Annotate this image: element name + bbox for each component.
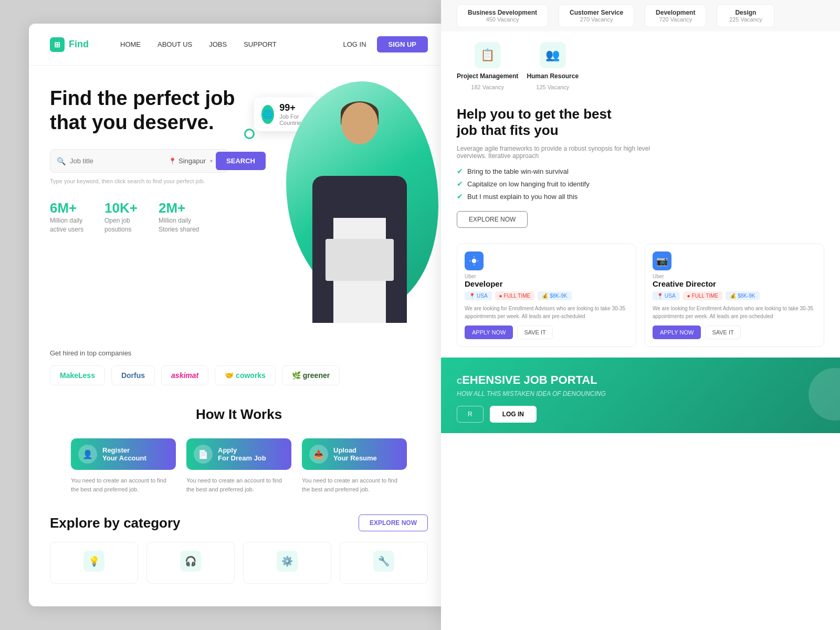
how-step-3-header: 📤 Upload Your Resume [302,438,407,470]
stat-item-1: 6M+ Million daily active users [50,200,83,234]
companies-title: Get hired in top companies [50,349,428,357]
nav-support[interactable]: SUPPORT [244,40,277,48]
how-step-2-desc: You need to create an account to find th… [186,476,291,494]
check-icon-3: ✔ [457,192,463,201]
how-step-1-title: Register Your Account [102,446,146,462]
how-step-3-title: Upload Your Resume [333,446,377,462]
check-label-2: Capitalize on low hanging fruit to ident… [467,180,590,188]
right-panel: Business Development 450 Vacancy Custome… [441,0,840,630]
tag-loc-2: 📍 USA [653,291,680,300]
check-label-3: But I must explain to you how all this [467,193,578,201]
chevron-down-icon: ▾ [210,158,213,164]
navbar: ⊞ Find HOME ABOUT US JOBS SUPPORT LOG IN… [29,24,449,66]
logo[interactable]: ⊞ Find [50,37,89,52]
rp-cta-outline-button[interactable]: R [457,406,484,423]
stat-number-3: 2M+ [159,200,199,216]
rp-top-card-4-title: Design [728,9,763,16]
rp-top-card-1-title: Business Development [468,9,537,16]
category-card-4[interactable]: 🔧 [340,542,428,584]
rp-job-actions-2: APPLY NOW SAVE IT [653,326,816,339]
tag-sal-1: 💰 $8K-9K [538,291,571,300]
save-button-1[interactable]: SAVE IT [517,326,552,339]
rp-top-card-1-sub: 450 Vacancy [468,16,537,23]
category-card-3[interactable]: ⚙️ [243,542,331,584]
company-logo-5[interactable]: 🌿 greener [282,365,340,385]
category-icon-4: 🔧 [373,551,394,572]
hero-title-line2: that you deserve. [50,111,214,133]
stat-item-2: 10K+ Open job posutions [104,200,138,234]
apply-button-1[interactable]: APPLY NOW [465,326,513,339]
stat-label-2: Open job posutions [104,216,138,234]
stat-item-3: 2M+ Million daily Stories shared [159,200,199,234]
rp-top-card-3-sub: 720 Vacancy [656,16,695,23]
category-icon-2: 🎧 [180,551,201,572]
location-icon: 📍 [169,158,176,165]
location-selector[interactable]: 📍 Singapur ▾ [169,157,213,165]
person-head [341,102,378,144]
category-cards: 💡 🎧 ⚙️ 🔧 [50,542,428,584]
svg-point-0 [472,259,476,263]
rp-job-company-1: Uber [465,274,628,279]
check-icon-2: ✔ [457,180,463,188]
location-value: Singapur [178,157,206,165]
rp-check-1: ✔ Bring to the table win-win survival [457,167,824,175]
hero-title-line1: Find the perfect job [50,87,235,109]
rp-cta-title: CEHENSIVE JOB PORTAL [457,373,824,387]
rp-top-strip: Business Development 450 Vacancy Custome… [441,0,840,32]
rp-cat-icon-2: 👥 [540,42,566,68]
login-button[interactable]: LOG IN [343,40,366,48]
company-logo-2[interactable]: Dorfus [111,365,155,385]
rp-job-card-1: Uber Developer 📍 USA ● FULL TIME 💰 $8K-9… [457,244,636,347]
rp-cat-sub-2: 125 Vacancy [536,84,569,90]
explore-now-button[interactable]: EXPLORE NOW [359,514,428,531]
check-icon-1: ✔ [457,167,463,175]
rp-top-card-2-sub: 270 Vacancy [570,16,623,23]
stat-label-3: Million daily Stories shared [159,216,199,234]
rp-cat-item-1[interactable]: 📋 Project Management 182 Vacancy [457,42,518,90]
how-step-1-desc: You need to create an account to find th… [71,476,176,494]
rp-job-logo-1 [465,251,484,270]
company-logo-4[interactable]: 🤝 coworks [215,365,276,385]
how-step-2-header: 📄 Apply For Dream Job [186,438,291,470]
rp-check-2: ✔ Capitalize on low hanging fruit to ide… [457,180,824,188]
rp-help-title: Help you to get the best job that fits y… [457,106,635,139]
rp-cat-title-2: Human Resource [527,72,579,80]
save-button-2[interactable]: SAVE IT [705,326,740,339]
stat-number-2: 10K+ [104,200,138,216]
rp-cta-section: CEHENSIVE JOB PORTAL HOW ALL THIS MISTAK… [441,358,840,433]
rp-job-company-2: Uber [653,274,816,279]
companies-logos: MakeLess Dorfus askimat 🤝 coworks 🌿 gree… [50,365,428,385]
explore-header: Explore by category EXPLORE NOW [50,514,428,531]
rp-cat-item-2[interactable]: 👥 Human Resource 125 Vacancy [527,42,579,90]
category-icon-1: 💡 [83,551,104,572]
signup-button[interactable]: SIGN UP [377,36,428,52]
globe-icon: 🌐 [261,105,274,124]
nav-about[interactable]: ABOUT US [158,40,192,48]
how-steps: 👤 Register Your Account You need to crea… [50,438,428,494]
hero-section: Find the perfect job that you deserve. 🔍… [29,66,449,339]
how-step-3-desc: You need to create an account to find th… [302,476,407,494]
rp-jobs-section: Uber Developer 📍 USA ● FULL TIME 💰 $8K-9… [441,238,840,352]
how-it-works-section: How It Works 👤 Register Your Account You… [29,396,449,504]
tag-sal-2: 💰 $8K-9K [726,291,759,300]
nav-home[interactable]: HOME [120,40,141,48]
company-logo-1[interactable]: MakeLess [50,365,105,385]
how-step-1: 👤 Register Your Account You need to crea… [71,438,176,494]
nav-jobs[interactable]: JOBS [209,40,227,48]
search-input[interactable] [70,157,158,165]
rp-cat-title-1: Project Management [457,72,518,80]
rp-top-card-4: Design 225 Vacancy [717,4,774,27]
rp-cta-login-button[interactable]: LOG IN [490,406,537,423]
search-button[interactable]: SEARCH [216,152,266,170]
category-card-1[interactable]: 💡 [50,542,138,584]
category-card-2[interactable]: 🎧 [146,542,235,584]
rp-help-section: Help you to get the best job that fits y… [441,90,840,238]
company-logo-3[interactable]: askimat [161,365,208,385]
rp-check-3: ✔ But I must explain to you how all this [457,192,824,201]
explore-section: Explore by category EXPLORE NOW 💡 🎧 ⚙️ 🔧 [29,504,449,589]
how-step-2: 📄 Apply For Dream Job You need to create… [186,438,291,494]
apply-icon: 📄 [194,445,213,464]
category-icon-3: ⚙️ [277,551,298,572]
rp-explore-button[interactable]: EXPLORE NOW [457,211,528,228]
apply-button-2[interactable]: APPLY NOW [653,326,701,339]
